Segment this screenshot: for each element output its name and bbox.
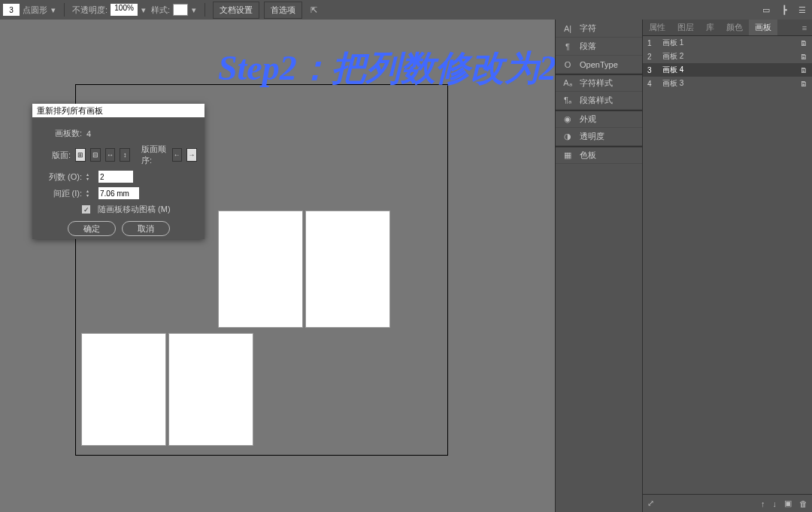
spin-icon[interactable]: ▴▾ — [86, 171, 94, 183]
panel-toggle-色板[interactable]: ▦色板 — [556, 146, 642, 164]
panel-label: 外观 — [580, 114, 596, 125]
arrange-icon[interactable]: ┣ — [777, 3, 791, 17]
panel-label: OpenType — [580, 60, 618, 69]
tab-图层[interactable]: 图层 — [671, 20, 700, 35]
panel-label: 字符样式 — [580, 77, 613, 89]
columns-input[interactable] — [98, 171, 133, 183]
style-label: 样式: — [151, 5, 170, 16]
opacity-label: 不透明度: — [72, 5, 108, 16]
artboard-options-icon[interactable]: 🗎 — [800, 80, 807, 88]
artboard-index: 2 — [647, 53, 656, 61]
layout-grid-row-icon[interactable]: ⊞ — [75, 148, 86, 162]
document-settings-button[interactable]: 文档设置 — [213, 2, 259, 19]
artboard-list-item[interactable]: 2画板 2🗎 — [643, 50, 812, 63]
stroke-profile-label: 点圆形 — [23, 5, 47, 16]
panel-label: 色板 — [580, 150, 596, 161]
layout-row-icon[interactable]: ↔ — [105, 148, 116, 162]
tab-画板[interactable]: 画板 — [749, 20, 777, 35]
panel-toggle-OpenType[interactable]: OOpenType — [556, 56, 642, 74]
panel-icon: ¶ — [562, 42, 574, 51]
artboard-options-icon[interactable]: 🗎 — [800, 66, 807, 74]
panel-toggle-透明度[interactable]: ◑透明度 — [556, 128, 642, 146]
artboard-options-icon[interactable]: 🗎 — [800, 53, 807, 61]
panel-toggle-段落[interactable]: ¶段落 — [556, 38, 642, 56]
panel-toggle-外观[interactable]: ◉外观 — [556, 110, 642, 128]
pin-icon[interactable]: ⇱ — [307, 3, 320, 17]
layout-col-icon[interactable]: ↕ — [120, 148, 130, 162]
move-artwork-label: 随画板移动图稿 (M) — [98, 204, 171, 215]
tab-属性[interactable]: 属性 — [643, 20, 671, 35]
chevron-down-icon[interactable]: ▾ — [50, 7, 56, 13]
panel-icon: O — [562, 60, 574, 69]
rearrange-artboards-dialog: 重新排列所有画板 画板数: 4 版面: ⊞ ⊟ ↔ ↕ 版面顺序: ← → 列数… — [32, 104, 205, 239]
divider — [64, 3, 65, 17]
artboard-count-label: 画板数: — [40, 128, 82, 139]
new-artboard-icon[interactable]: ▣ — [784, 498, 792, 508]
artboard[interactable] — [168, 333, 253, 446]
dialog-title: 重新排列所有画板 — [32, 104, 205, 117]
artboard-options-icon[interactable]: 🗎 — [800, 39, 807, 47]
order-rtl-icon[interactable]: → — [186, 148, 197, 162]
spacing-input[interactable] — [98, 187, 139, 199]
preferences-button[interactable]: 首选项 — [264, 2, 302, 19]
panel-icon: ◉ — [562, 114, 574, 124]
opacity-value[interactable]: 100% — [111, 4, 138, 16]
tab-库[interactable]: 库 — [700, 20, 720, 35]
style-swatch[interactable] — [173, 4, 188, 16]
menu-icon[interactable]: ☰ — [795, 3, 809, 17]
artboard-list-item[interactable]: 3画板 4🗎 — [643, 63, 812, 77]
panel-toggle-字符样式[interactable]: Aₐ字符样式 — [556, 74, 642, 92]
artboard[interactable] — [81, 333, 166, 446]
artboard-name: 画板 3 — [662, 78, 794, 89]
spin-icon[interactable]: ▴▾ — [86, 187, 94, 199]
collapsed-panel-dock: A|字符¶段落OOpenTypeAₐ字符样式¶ₐ段落样式◉外观◑透明度▦色板 — [555, 20, 642, 512]
artboard-name: 画板 1 — [662, 38, 794, 48]
artboard-name: 画板 2 — [662, 51, 794, 62]
panel-label: 字符 — [580, 23, 596, 34]
artboards-panel: 属性图层库颜色画板≡ 1画板 1🗎2画板 2🗎3画板 4🗎4画板 3🗎 ⤢ ↑ … — [642, 20, 812, 512]
panel-toggle-字符[interactable]: A|字符 — [556, 20, 642, 38]
panel-icon: Aₐ — [562, 78, 574, 88]
panel-footer: ⤢ ↑ ↓ ▣ 🗑 — [643, 494, 812, 512]
panel-label: 段落 — [580, 41, 596, 52]
canvas-workspace[interactable] — [0, 20, 555, 512]
artboard-index: 4 — [647, 80, 656, 88]
columns-label: 列数 (O): — [40, 171, 82, 183]
panel-label: 段落样式 — [580, 95, 613, 106]
ok-button[interactable]: 确定 — [68, 221, 116, 236]
panel-icon: ▦ — [562, 150, 574, 160]
artboard-list: 1画板 1🗎2画板 2🗎3画板 4🗎4画板 3🗎 — [643, 36, 812, 90]
chevron-down-icon[interactable]: ▾ — [141, 7, 147, 13]
artboard[interactable] — [218, 211, 303, 328]
panel-icon: ¶ₐ — [562, 95, 574, 105]
panel-icon: ◑ — [562, 132, 574, 141]
artboard[interactable] — [305, 211, 390, 328]
artboard-index: 1 — [647, 39, 656, 47]
align-icon[interactable]: ▭ — [759, 3, 773, 17]
panel-icon: A| — [562, 24, 574, 33]
rearrange-icon[interactable]: ⤢ — [647, 498, 654, 508]
spacing-label: 间距 (I): — [40, 188, 82, 199]
move-artwork-checkbox[interactable]: ✓ — [82, 205, 90, 214]
order-ltr-icon[interactable]: ← — [172, 148, 183, 162]
panel-tabs: 属性图层库颜色画板≡ — [643, 20, 812, 36]
layout-label: 版面: — [40, 150, 71, 161]
layout-grid-col-icon[interactable]: ⊟ — [90, 148, 101, 162]
artboard-list-item[interactable]: 4画板 3🗎 — [643, 77, 812, 90]
layout-order-label: 版面顺序: — [141, 144, 168, 166]
artboard-list-item[interactable]: 1画板 1🗎 — [643, 36, 812, 50]
divider — [205, 3, 205, 17]
chevron-down-icon[interactable]: ▾ — [191, 7, 197, 13]
artboard-name: 画板 4 — [662, 65, 794, 75]
tab-颜色[interactable]: 颜色 — [720, 20, 749, 35]
stroke-weight-value[interactable]: 3 — [3, 4, 20, 16]
move-down-icon[interactable]: ↓ — [773, 499, 777, 508]
delete-artboard-icon[interactable]: 🗑 — [799, 499, 807, 508]
options-bar: 3 点圆形 ▾ 不透明度: 100% ▾ 样式: ▾ 文档设置 首选项 ⇱ ▭ … — [0, 0, 812, 20]
move-up-icon[interactable]: ↑ — [761, 499, 765, 508]
panel-label: 透明度 — [580, 131, 604, 142]
panel-menu-icon[interactable]: ≡ — [797, 23, 812, 32]
cancel-button[interactable]: 取消 — [122, 221, 170, 236]
panel-toggle-段落样式[interactable]: ¶ₐ段落样式 — [556, 92, 642, 110]
artboard-index: 3 — [647, 66, 656, 74]
